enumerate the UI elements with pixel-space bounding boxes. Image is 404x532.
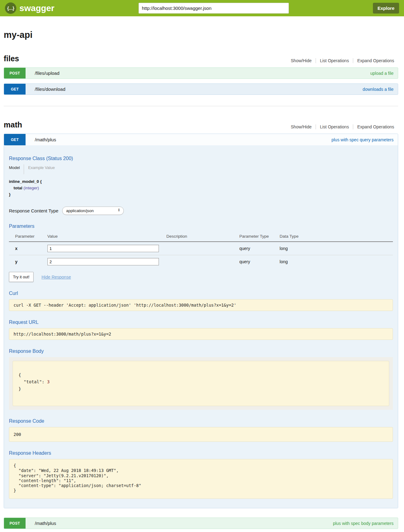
expand-operations-link[interactable]: Expand Operations <box>353 124 398 129</box>
param-description-cell <box>166 242 239 255</box>
select-arrows-icon: ▲ ▼ <box>118 208 120 212</box>
explore-button[interactable]: Explore <box>373 3 399 14</box>
method-badge-post: POST <box>4 518 26 529</box>
header-center <box>55 3 373 14</box>
curl-command: curl -X GET --header 'Accept: applicatio… <box>9 299 393 311</box>
col-parameter-type: Parameter Type <box>239 232 280 242</box>
operation-content: Response Class (Status 200) Model Exampl… <box>4 145 398 508</box>
operation-row-files-download[interactable]: GET /files/download downloads a file <box>4 83 398 95</box>
response-content-type-row: Response Content Type application/json ▲… <box>9 207 393 215</box>
model-name: inline_model_0 { <box>9 179 393 184</box>
response-body-heading: Response Body <box>9 349 393 354</box>
section-controls: Show/Hide List Operations Expand Operati… <box>287 58 398 63</box>
tab-model[interactable]: Model <box>9 164 24 170</box>
parameters-header-row: Parameter Value Description Parameter Ty… <box>9 232 393 242</box>
request-url-value: http://localhost:3000/math/plus?x=1&y=2 <box>9 328 393 340</box>
operation-path[interactable]: /files/download <box>35 87 65 92</box>
parameter-row-x: x query long <box>9 242 393 255</box>
main-content: my-api files Show/Hide List Operations E… <box>4 30 398 529</box>
operation-box-math-plus-get: GET /math/plus plus with spec query para… <box>4 134 398 508</box>
col-parameter: Parameter <box>9 232 47 242</box>
swagger-logo[interactable]: {…} swagger <box>5 2 55 14</box>
response-headers-heading: Response Headers <box>9 450 393 456</box>
api-url-input[interactable] <box>139 3 289 14</box>
parameter-row-y: y query long <box>9 255 393 268</box>
model-property: total (integer) <box>9 186 393 190</box>
hide-response-link[interactable]: Hide Response <box>42 275 71 280</box>
braces-icon: {…} <box>5 2 16 14</box>
col-data-type: Data Type <box>280 232 393 242</box>
param-type-cell: query <box>239 255 280 268</box>
param-value-input-x[interactable] <box>47 245 159 252</box>
operation-row-files-upload[interactable]: POST /files/upload upload a file <box>4 67 398 79</box>
response-content-type-label: Response Content Type <box>9 208 59 213</box>
content-type-selected-value: application/json <box>66 208 94 213</box>
operation-summary[interactable]: downloads a file <box>363 87 394 92</box>
json-number-value: 3 <box>47 379 50 384</box>
method-badge-get: GET <box>4 134 26 145</box>
response-code-heading: Response Code <box>9 418 393 424</box>
try-it-out-button[interactable]: Try it out! <box>9 272 34 282</box>
col-value: Value <box>47 232 167 242</box>
json-text: { "total": <box>18 373 47 384</box>
operation-path[interactable]: /math/plus <box>35 521 56 526</box>
parameters-heading: Parameters <box>9 224 393 229</box>
response-body-wrap: { "total": 3 } <box>9 357 393 410</box>
request-url-heading: Request URL <box>9 320 393 325</box>
method-badge-post: POST <box>4 68 26 79</box>
json-text: } <box>18 386 21 391</box>
operation-path[interactable]: /math/plus <box>35 137 56 142</box>
curl-heading: Curl <box>9 291 393 296</box>
try-row: Try it out! Hide Response <box>9 272 393 282</box>
section-divider <box>4 106 398 106</box>
list-operations-link[interactable]: List Operations <box>316 58 353 63</box>
show-hide-link[interactable]: Show/Hide <box>287 124 316 129</box>
section-title-files: files <box>4 54 19 63</box>
page-title: my-api <box>4 30 398 40</box>
param-description-cell <box>166 255 239 268</box>
parameters-table: Parameter Value Description Parameter Ty… <box>9 232 393 268</box>
operation-path[interactable]: /files/upload <box>35 71 59 76</box>
operation-summary[interactable]: plus with spec query parameters <box>331 137 394 142</box>
files-section-header: files Show/Hide List Operations Expand O… <box>4 54 398 63</box>
col-description: Description <box>166 232 239 242</box>
content-type-select[interactable]: application/json ▲ ▼ <box>62 207 124 215</box>
property-type: (integer) <box>23 186 39 190</box>
section-title-math: math <box>4 120 22 129</box>
data-type-cell: long <box>280 242 393 255</box>
tab-example-value[interactable]: Example Value <box>24 164 59 170</box>
property-name: total <box>14 186 22 190</box>
data-type-cell: long <box>280 255 393 268</box>
arrow-down-icon: ▼ <box>118 210 120 212</box>
operation-summary[interactable]: plus with spec body parameters <box>333 521 394 526</box>
param-type-cell: query <box>239 242 280 255</box>
param-value-input-y[interactable] <box>47 258 159 265</box>
header-bar: {…} swagger Explore <box>0 0 404 16</box>
response-headers: { "date": "Wed, 22 Aug 2018 18:49:13 GMT… <box>9 459 393 499</box>
model-tabs: Model Example Value <box>9 164 393 174</box>
expand-operations-link[interactable]: Expand Operations <box>353 58 398 63</box>
model-signature: inline_model_0 { total (integer) } <box>9 179 393 197</box>
section-controls: Show/Hide List Operations Expand Operati… <box>287 124 398 129</box>
method-badge-get: GET <box>4 84 26 95</box>
operation-summary[interactable]: upload a file <box>370 71 394 76</box>
response-body: { "total": 3 } <box>13 361 389 406</box>
response-class-heading: Response Class (Status 200) <box>9 156 393 161</box>
model-close-brace: } <box>9 192 393 197</box>
list-operations-link[interactable]: List Operations <box>316 124 353 129</box>
math-section-header: math Show/Hide List Operations Expand Op… <box>4 120 398 129</box>
response-code: 200 <box>9 427 393 442</box>
brand-title: swagger <box>19 3 55 13</box>
param-name-cell: x <box>9 242 47 255</box>
show-hide-link[interactable]: Show/Hide <box>287 58 316 63</box>
operation-row-math-plus-post[interactable]: POST /math/plus plus with spec body para… <box>4 518 398 529</box>
operation-heading[interactable]: GET /math/plus plus with spec query para… <box>4 134 398 145</box>
param-name-cell: y <box>9 255 47 268</box>
